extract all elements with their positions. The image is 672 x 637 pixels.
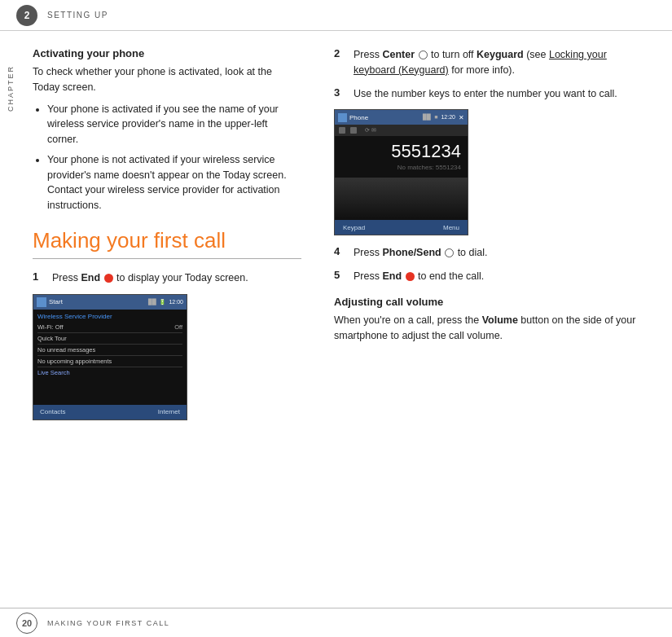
- wifi-row: Wi-Fi: Off Off: [37, 322, 182, 333]
- messages-row: No unread messages: [37, 345, 182, 356]
- step-4: 4 Press Phone/Send to dial.: [334, 245, 648, 261]
- time-display: 12:00: [169, 299, 183, 305]
- live-search-row: Live Search: [37, 369, 182, 376]
- time-dial: 12:20: [441, 114, 455, 121]
- bottom-bar-label: MAKING YOUR FIRST CALL: [47, 619, 169, 627]
- menu-btn: Menu: [443, 224, 459, 231]
- section-heading-making-first-call: Making your first call: [33, 228, 301, 253]
- phone-icon: [338, 113, 347, 122]
- battery-icon: 🔋: [159, 299, 166, 305]
- signal-icons: ▉▉: [423, 114, 431, 121]
- page-number: 20: [16, 613, 37, 634]
- today-bottom-bar: Contacts Internet: [33, 405, 187, 420]
- dial-titlebar-left: Phone: [338, 113, 368, 122]
- dial-bottom-bar: Keypad Menu: [335, 220, 468, 235]
- status-text: ⟳ ✉: [365, 127, 376, 134]
- step-4-text: Press Phone/Send to dial.: [354, 245, 487, 261]
- internet-btn: Internet: [158, 408, 180, 415]
- wifi-val: Off: [174, 323, 182, 331]
- step-3-text: Use the number keys to enter the number …: [354, 86, 617, 102]
- signal-icon: ▉▉: [148, 299, 156, 305]
- right-column: 2 Press Center to turn off Keyguard (see…: [334, 47, 648, 591]
- main-content: Activating your phone To check whether y…: [0, 31, 672, 608]
- top-bar: 2 SETTING UP: [0, 0, 672, 31]
- step-2-text: Press Center to turn off Keyguard (see L…: [354, 47, 648, 78]
- keypad-btn: Keypad: [343, 224, 365, 231]
- bottom-bar: 20 MAKING YOUR FIRST CALL: [0, 608, 672, 637]
- chapter-sidebar: CHAPTER: [7, 65, 15, 112]
- activating-title: Activating your phone: [33, 47, 301, 59]
- today-titlebar: Start ▉▉ 🔋 12:00: [33, 295, 187, 310]
- step-5: 5 Press End to end the call.: [334, 269, 648, 284]
- status-icon2: [350, 127, 357, 134]
- titlebar-icons: ▉▉ 🔋 12:00: [148, 299, 183, 305]
- step-1-number: 1: [33, 270, 46, 286]
- step-2-keyguard-bold: Keyguard: [477, 49, 524, 60]
- step-5-end-bold: End: [382, 270, 402, 282]
- chapter-number: 2: [16, 5, 37, 26]
- bullet-list: Your phone is activated if you see the n…: [33, 102, 301, 213]
- adjusting-section: Adjusting call volume When you're on a c…: [334, 296, 648, 344]
- battery-icon-dial: ■: [434, 114, 437, 121]
- step-5-text: Press End to end the call.: [354, 269, 484, 284]
- quicktour-row: Quick Tour: [37, 333, 182, 345]
- today-body: Wireless Service Provider Wi-Fi: Off Off…: [33, 310, 187, 380]
- adjust-text: When you're on a call, press the Volume …: [334, 313, 648, 344]
- messages-label: No unread messages: [37, 346, 95, 354]
- phone-title: Phone: [349, 114, 368, 121]
- dial-titlebar-right: ▉▉ ■ 12:20 ✕: [423, 114, 464, 121]
- end-icon-step5: [406, 272, 415, 281]
- today-screen-screenshot: Start ▉▉ 🔋 12:00 Wireless Service Provid…: [33, 294, 187, 420]
- dial-titlebar: Phone ▉▉ ■ 12:20 ✕: [335, 110, 468, 125]
- activating-intro: To check whether your phone is activated…: [33, 64, 301, 95]
- step-3: 3 Use the number keys to enter the numbe…: [334, 86, 648, 102]
- left-column: Activating your phone To check whether y…: [33, 47, 310, 591]
- close-x: ✕: [459, 114, 464, 121]
- provider-name: Wireless Service Provider: [37, 313, 182, 320]
- wifi-label: Wi-Fi: Off: [37, 323, 64, 331]
- top-bar-label: SETTING UP: [47, 11, 108, 20]
- appointments-row: No upcoming appointments: [37, 356, 182, 367]
- start-icon: [37, 297, 46, 307]
- volume-bold: Volume: [482, 314, 518, 326]
- end-icon-step1: [104, 274, 113, 283]
- list-item: Your phone is not activated if your wire…: [47, 152, 301, 213]
- appointments-label: No upcoming appointments: [37, 358, 112, 365]
- step-3-number: 3: [334, 86, 347, 102]
- step-2-center-bold: Center: [382, 49, 415, 60]
- divider: [33, 258, 301, 259]
- step-2-number: 2: [334, 47, 347, 78]
- list-item: Your phone is activated if you see the n…: [47, 102, 301, 147]
- contacts-btn: Contacts: [40, 408, 66, 415]
- dial-matches-text: No matches: 5551234: [335, 164, 468, 174]
- dial-gradient: [335, 178, 468, 218]
- step-5-number: 5: [334, 269, 347, 284]
- phonesend-icon: [445, 248, 454, 257]
- step-2: 2 Press Center to turn off Keyguard (see…: [334, 47, 648, 78]
- dial-screen-screenshot: Phone ▉▉ ■ 12:20 ✕ ⟳ ✉ 5551234 No matche…: [334, 109, 468, 235]
- step-4-phonesend-bold: Phone/Send: [382, 247, 441, 258]
- today-title-text: Start: [49, 298, 146, 305]
- center-icon-step2: [419, 51, 428, 59]
- quicktour-label: Quick Tour: [37, 335, 67, 342]
- adjust-title: Adjusting call volume: [334, 296, 648, 308]
- step-1-bold: End: [81, 272, 100, 283]
- step-4-number: 4: [334, 245, 347, 261]
- step-1: 1 Press End to display your Today screen…: [33, 270, 301, 286]
- status-icon1: [339, 127, 345, 134]
- step-1-text: Press End to display your Today screen.: [52, 270, 248, 286]
- dial-status-bar: ⟳ ✉: [335, 125, 468, 136]
- dial-number-display: 5551234: [335, 136, 468, 164]
